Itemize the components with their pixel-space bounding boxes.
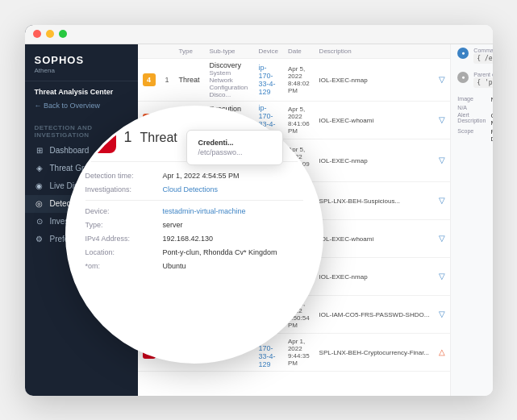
date-time: 9:44:35 PM bbox=[288, 352, 310, 367]
date-time: 8:48:02 PM bbox=[288, 80, 310, 94]
col-count bbox=[161, 44, 174, 59]
subtype-main: Discovery bbox=[210, 61, 249, 69]
date-main: Apr 1, 2022 bbox=[288, 338, 310, 352]
subtype-cell: Discovery System Network Configuration D… bbox=[205, 58, 254, 101]
date-cell: Apr 5, 2022 8:41:06 PM bbox=[283, 101, 315, 139]
rp-cmd-label: Command line bbox=[473, 48, 492, 53]
rp-cmd-info: Command line { /env } bbox=[473, 48, 492, 64]
type-label: Type: bbox=[85, 221, 158, 229]
right-detail-panel: ● Command line { /env } ● Parent command… bbox=[450, 25, 492, 396]
rp-field-value bbox=[490, 105, 492, 110]
cred-popup-path: /etc/passwo... bbox=[198, 148, 271, 156]
live-discover-icon: ◉ bbox=[35, 181, 44, 191]
date-main: Apr 5, 2022 bbox=[288, 106, 310, 120]
sidebar-center-title: Threat Analysis Center bbox=[25, 81, 138, 99]
minimize-button[interactable] bbox=[46, 30, 54, 38]
date-cell: Apr 1, 2022 9:44:35 PM bbox=[283, 333, 315, 371]
sophos-sub: Athena bbox=[35, 67, 128, 74]
threat-graphs-icon: ◈ bbox=[35, 164, 44, 173]
subtype-detail: System Network Configuration Disco... bbox=[210, 69, 249, 98]
col-arrow bbox=[434, 44, 450, 59]
rp-field-label: Scope bbox=[457, 128, 486, 143]
rp-parent-label: Parent command line bbox=[473, 72, 492, 77]
expand-arrow[interactable]: ▽ bbox=[434, 101, 450, 139]
rp-field-label: Alert Description bbox=[457, 112, 486, 127]
divider bbox=[85, 200, 303, 201]
expand-arrow[interactable]: △ bbox=[434, 333, 450, 371]
app-window: SOPHOS Athena Threat Analysis Center ← B… bbox=[25, 25, 493, 396]
expand-arrow[interactable]: ▽ bbox=[434, 219, 450, 257]
investigations-label: Investigations: bbox=[85, 185, 158, 193]
threat-type: Threat bbox=[179, 76, 200, 84]
rule-text: IOL-EXEC-nmap bbox=[319, 157, 368, 164]
investigations-row: Investigations: Cloud Detections bbox=[85, 185, 303, 193]
device-value[interactable]: testadmin-virtual-machine bbox=[163, 207, 246, 215]
os-value: Ubuntu bbox=[163, 262, 186, 270]
rp-cmd-value: { /env } bbox=[473, 53, 492, 64]
rule-text: SPL-LNX-BEH-Suspicious... bbox=[319, 198, 400, 205]
type-cell: Threat bbox=[174, 58, 205, 101]
sidebar-item-label: Dashboard bbox=[50, 146, 90, 155]
col-date: Date bbox=[283, 44, 315, 59]
device-label: Device: bbox=[85, 207, 158, 215]
severity-cell: 4 bbox=[138, 58, 161, 101]
rp-field-value: Cryptocurrency-Miner Detected bbox=[490, 112, 492, 127]
logo-area: SOPHOS Athena bbox=[25, 44, 138, 81]
preferences-icon: ⚙ bbox=[35, 235, 44, 244]
investigations-value[interactable]: Cloud Detections bbox=[163, 185, 219, 193]
os-row: *om: Ubuntu bbox=[85, 262, 303, 270]
maximize-button[interactable] bbox=[59, 30, 67, 38]
date-time: 8:41:06 PM bbox=[288, 120, 310, 135]
type-value: server bbox=[163, 221, 183, 229]
desc-cell: IOL-EXEC-whoami bbox=[315, 219, 435, 257]
device-cell: ip-170-33-4-129 bbox=[253, 58, 282, 101]
rp-parent-icon: ● bbox=[457, 72, 469, 83]
table-row[interactable]: 4 1 Threat Discovery System Network Conf… bbox=[138, 58, 451, 101]
sophos-logo: SOPHOS bbox=[35, 54, 128, 66]
col-type: Type bbox=[174, 44, 205, 59]
expand-arrow[interactable]: ▽ bbox=[434, 257, 450, 295]
zoom-count: 1 bbox=[124, 129, 132, 146]
location-value: Pont-y-clun, Rhondda Cv* Kingdom bbox=[163, 248, 277, 256]
location-row: Location: Pont-y-clun, Rhondda Cv* Kingd… bbox=[85, 248, 303, 256]
investigations-icon: ⊙ bbox=[35, 217, 44, 227]
rule-text: IOL-EXEC-nmap bbox=[319, 273, 368, 281]
back-link[interactable]: ← Back to Overview bbox=[25, 99, 138, 116]
detections-icon: ◎ bbox=[35, 199, 44, 209]
date-main: Apr 5, 2022 bbox=[288, 65, 310, 80]
type-row: Type: server bbox=[85, 221, 303, 229]
desc-cell: IOL-EXEC-whoami bbox=[315, 101, 435, 139]
detection-time-value: Apr 1, 2022 4:54:55 PM bbox=[163, 172, 240, 180]
dashboard-icon: ⊞ bbox=[35, 146, 44, 156]
col-device: Device bbox=[253, 44, 282, 59]
expand-arrow[interactable]: ▽ bbox=[434, 58, 450, 101]
count-badge: 1 bbox=[165, 76, 169, 84]
close-button[interactable] bbox=[33, 30, 41, 38]
expand-arrow[interactable]: ▽ bbox=[434, 295, 450, 333]
rp-field-value: N/A bbox=[490, 96, 492, 103]
rp-cmd-icon: ● bbox=[457, 48, 469, 59]
rule-text: IOL-EXEC-nmap bbox=[319, 77, 368, 84]
os-label: *om: bbox=[85, 262, 158, 270]
col-severity bbox=[138, 44, 161, 59]
col-subtype: Sub-type bbox=[205, 44, 254, 59]
date-cell: Apr 5, 2022 8:48:02 PM bbox=[283, 58, 315, 101]
desc-cell: SPL-LNX-BEH-Cryptocurrency-Finar... bbox=[315, 333, 435, 371]
desc-cell: IOL-EXEC-nmap bbox=[315, 58, 435, 101]
expand-arrow[interactable]: ▽ bbox=[434, 139, 450, 181]
cred-popup-title: Credenti... bbox=[198, 139, 271, 147]
rp-cmd-row: ● Command line { /env } bbox=[457, 48, 492, 64]
desc-cell: IOL-EXEC-nmap bbox=[315, 257, 435, 295]
rule-text: SPL-LNX-BEH-Cryptocurrency-Finar... bbox=[319, 349, 429, 356]
rp-parent-row: ● Parent command line { 'pam' } bbox=[457, 72, 492, 88]
rp-fields-grid: ImageN/AN/AAlert DescriptionCryptocurren… bbox=[457, 96, 492, 143]
rp-parent-value: { 'pam' } bbox=[473, 77, 492, 88]
expand-arrow[interactable]: ▽ bbox=[434, 181, 450, 219]
rule-text: IOL-EXEC-whoami bbox=[319, 117, 374, 124]
col-desc: Description bbox=[315, 44, 435, 59]
rp-field-value: Process Detection bbox=[490, 128, 492, 143]
rp-field-label: Image bbox=[457, 96, 486, 103]
device-link[interactable]: ip-170-33-4-129 bbox=[258, 64, 275, 96]
desc-cell: IOL-EXEC-nmap bbox=[315, 139, 435, 181]
desc-cell: IOL-IAM-CO5-FRS-PASSWD-SHDO... bbox=[315, 295, 435, 333]
